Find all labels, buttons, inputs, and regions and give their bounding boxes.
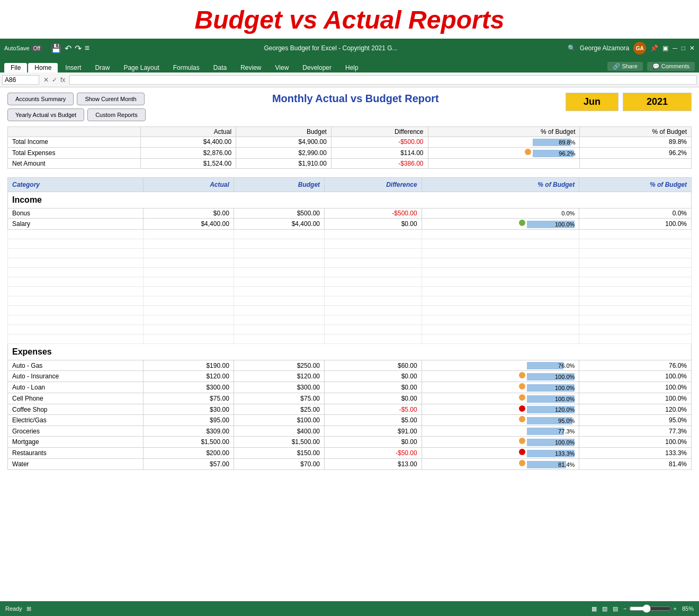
custom-reports-button[interactable]: Custom Reports [87,108,145,121]
summary-dot-cell [428,158,580,168]
empty-row [8,296,692,306]
tab-draw[interactable]: Draw [88,63,116,73]
row-budget: $400.00 [234,426,324,437]
summary-header-pct2: % of Budget [580,127,692,137]
table-row: Water $57.00 $70.00 $13.00 81.4% 81.4% [8,458,692,469]
summary-row: Net Amount $1,524.00 $1,910.00 -$386.00 [8,158,692,168]
redo-icon[interactable]: ↷ [75,43,82,53]
empty-row [8,258,692,268]
search-icon[interactable]: 🔍 [568,44,576,52]
row-actual: $309.00 [143,426,234,437]
row-difference: $0.00 [325,382,422,393]
tab-formulas[interactable]: Formulas [167,63,206,73]
status-dot [519,438,525,444]
table-row: Groceries $309.00 $400.00 $91.00 77.3% 7… [8,426,692,437]
tab-help[interactable]: Help [339,63,365,73]
row-budget: $300.00 [234,382,324,393]
cat-header-category: Category [8,177,144,192]
tab-insert[interactable]: Insert [59,63,87,73]
row-label: Salary [8,219,144,230]
section-header-row: Income [8,192,692,208]
row-actual: $190.00 [143,360,234,371]
row-dot-bar: 0.0% [422,208,579,219]
save-icon[interactable]: 💾 [51,43,61,53]
empty-row [8,230,692,239]
row-pct2: 100.0% [579,437,692,448]
row-actual: $95.00 [143,415,234,426]
row-dot-bar: 100.0% [422,371,579,382]
row-budget: $1,500.00 [234,437,324,448]
row-label: Auto - Insurance [8,371,144,382]
function-fx-label[interactable]: fx [60,76,65,84]
formula-bar: ✕ ✓ fx [0,73,699,87]
summary-budget: $4,900.00 [236,137,331,148]
maximize-icon[interactable]: □ [682,44,685,52]
cell-reference-box[interactable] [2,75,39,85]
table-row: Restaurants $200.00 $150.00 -$50.00 133.… [8,447,692,458]
pin-icon: 📌 [650,44,658,52]
formula-input[interactable] [69,75,697,85]
summary-header-pct1: % of Budget [428,127,580,137]
row-difference: $0.00 [325,437,422,448]
function-check-icon[interactable]: ✓ [52,76,57,84]
row-difference: $13.00 [325,458,422,469]
tab-developer[interactable]: Developer [296,63,338,73]
report-title: Monthly Actual vs Budget Report [146,93,566,105]
cat-header-difference: Difference [325,177,422,192]
table-row: Cell Phone $75.00 $75.00 $0.00 100.0% 10… [8,393,692,404]
row-dot-bar: 133.3% [422,447,579,458]
user-name-label: George Alzamora [580,44,629,52]
row-label: Mortgage [8,437,144,448]
section-header-row: Expenses [8,344,692,360]
table-row: Mortgage $1,500.00 $1,500.00 $0.00 100.0… [8,437,692,448]
row-difference: -$5.00 [325,404,422,415]
row-budget: $500.00 [234,208,324,219]
filename-label: Georges Budget for Excel - Copyright 202… [94,44,568,52]
row-budget: $25.00 [234,404,324,415]
empty-row [8,315,692,325]
row-pct2: 100.0% [579,219,692,230]
summary-label: Total Income [8,137,141,148]
autosave-label: AutoSave [4,45,30,51]
minimize-icon[interactable]: ─ [673,44,677,52]
row-pct2: 100.0% [579,393,692,404]
ribbon-tabs: File Home Insert Draw Page Layout Formul… [0,58,699,73]
row-budget: $4,400.00 [234,219,324,230]
tab-data[interactable]: Data [207,63,233,73]
row-budget: $100.00 [234,415,324,426]
close-icon[interactable]: ✕ [689,44,695,52]
row-difference: $0.00 [325,393,422,404]
table-row: Electric/Gas $95.00 $100.00 $5.00 95.0% … [8,415,692,426]
row-dot-bar: 120.0% [422,404,579,415]
empty-row [8,325,692,334]
row-dot-bar: 76.0% [422,360,579,371]
accounts-summary-button[interactable]: Accounts Summary [7,93,74,105]
tab-page-layout[interactable]: Page Layout [117,63,165,73]
yearly-actual-budget-button[interactable]: Yearly Actual vs Budget [7,108,84,121]
row-label: Auto - Loan [8,382,144,393]
titlebar-right: 🔍 George Alzamora GA 📌 ▣ ─ □ ✕ [568,42,695,55]
summary-label: Net Amount [8,158,141,168]
row-difference: $5.00 [325,415,422,426]
empty-row [8,306,692,315]
row-budget: $150.00 [234,447,324,458]
customize-icon[interactable]: ≡ [85,43,89,53]
summary-difference: $114.00 [331,147,428,158]
table-row: Bonus $0.00 $500.00 -$500.00 0.0% 0.0% [8,208,692,219]
comments-button[interactable]: 💬 Comments [647,62,695,71]
summary-difference: -$386.00 [331,158,428,168]
status-dot [519,372,525,378]
undo-icon[interactable]: ↶ [65,43,71,53]
share-button[interactable]: 🔗 Share [607,62,642,71]
function-x-icon[interactable]: ✕ [43,76,49,84]
tab-home[interactable]: Home [28,63,58,73]
tab-view[interactable]: View [269,63,295,73]
show-current-month-button[interactable]: Show Curent Month [77,93,144,105]
tab-file[interactable]: File [4,63,27,73]
cat-header-actual: Actual [143,177,234,192]
row-actual: $1,500.00 [143,437,234,448]
summary-label: Total Expenses [8,147,141,158]
tab-review[interactable]: Review [234,63,267,73]
empty-row [8,277,692,287]
window-icon[interactable]: ▣ [662,44,668,52]
